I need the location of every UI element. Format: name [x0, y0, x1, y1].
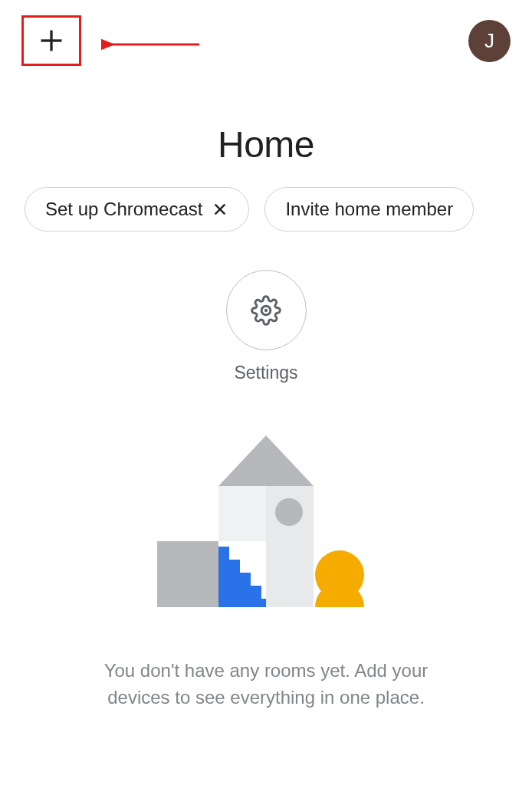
avatar[interactable]: J: [468, 20, 511, 62]
close-icon[interactable]: [212, 201, 228, 218]
chip-setup-chromecast[interactable]: Set up Chromecast: [25, 187, 249, 232]
chip-label: Set up Chromecast: [45, 199, 202, 220]
add-button-highlight: [21, 15, 81, 66]
empty-state-illustration: [0, 428, 532, 627]
settings-section: Settings: [0, 270, 532, 383]
suggestion-chip-row: Set up Chromecast Invite home member: [0, 187, 532, 232]
svg-point-6: [264, 308, 268, 311]
avatar-initial: J: [484, 29, 494, 53]
svg-rect-11: [157, 541, 218, 607]
svg-rect-13: [266, 541, 314, 607]
settings-button[interactable]: [226, 270, 307, 350]
settings-label: Settings: [234, 363, 297, 383]
chip-invite-home-member[interactable]: Invite home member: [264, 187, 474, 232]
svg-marker-7: [218, 435, 314, 486]
gear-icon: [251, 295, 281, 326]
header: J: [0, 0, 532, 81]
chip-label: Invite home member: [285, 199, 453, 220]
svg-point-10: [275, 498, 303, 526]
empty-state-text: You don't have any rooms yet. Add your d…: [0, 658, 532, 711]
empty-line-1: You don't have any rooms yet. Add your: [104, 660, 429, 681]
page-title: Home: [0, 123, 532, 166]
add-button[interactable]: [38, 27, 65, 54]
plus-icon: [38, 27, 65, 54]
empty-line-2: devices to see everything in one place.: [107, 687, 425, 708]
svg-rect-8: [218, 486, 266, 541]
annotation-arrow-icon: [101, 37, 201, 52]
